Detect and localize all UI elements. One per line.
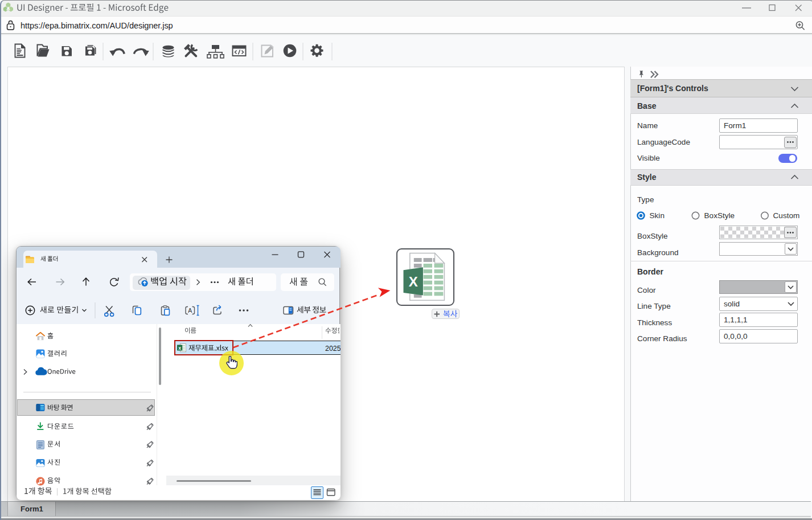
- svg-text:A: A: [6, 5, 10, 11]
- svg-text:A: A: [188, 307, 192, 314]
- svg-text:X: X: [409, 274, 418, 289]
